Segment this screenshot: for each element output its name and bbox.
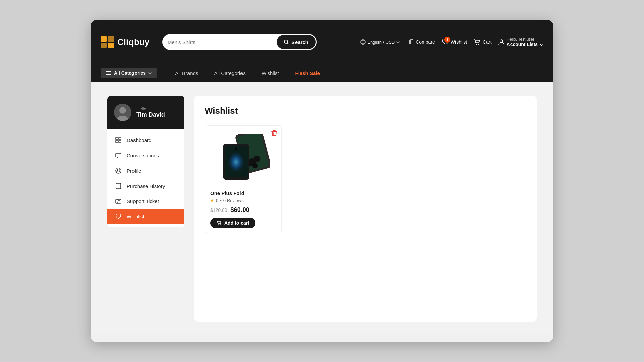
wishlist-sidebar-label: Wishlist [127,214,144,219]
svg-point-47 [220,224,221,225]
compare-icon [407,39,413,45]
navbar: All Categories All Brands All Categories… [91,64,553,82]
svg-point-45 [235,147,237,150]
logo-text: Cliqbuy [117,37,149,47]
product-card: One Plus Fold ★ 0 • 0 Reviews $120.00 $6… [205,125,282,234]
logo-icon [101,36,114,48]
svg-rect-21 [116,137,118,140]
wishlist-badge-count: 1 [444,37,450,43]
sidebar-item-dashboard[interactable]: Dashboard [107,132,184,148]
categories-chevron-icon [148,72,152,74]
sidebar-item-profile[interactable]: Profile [107,163,184,178]
sidebar-item-conversations[interactable]: Conversations [107,148,184,163]
rating-dot: • [220,198,222,203]
svg-point-44 [227,150,246,174]
receipt-icon [115,183,122,189]
nav-all-brands[interactable]: All Brands [167,64,206,82]
svg-point-12 [476,44,477,45]
user-icon [498,39,504,45]
language-selector[interactable]: English • USD [360,39,400,45]
svg-line-5 [287,43,288,44]
product-phone-svg [216,134,270,184]
svg-rect-25 [116,153,121,157]
svg-rect-3 [108,43,114,48]
nav-wishlist[interactable]: Wishlist [254,64,287,82]
svg-point-27 [117,169,119,171]
svg-rect-0 [101,36,107,42]
profile-icon [115,168,122,174]
sidebar-item-support-ticket[interactable]: Support Ticket [107,194,184,209]
sidebar-greeting: Hello, [136,106,165,111]
user-account-lists: Account Lists [507,42,543,47]
original-price: $120.00 [210,207,227,213]
conversations-label: Conversations [127,153,159,158]
header: Cliqbuy Search English • U [91,20,553,64]
menu-icon [106,71,111,75]
search-bar: Search [162,34,317,50]
rating-value: 0 [216,198,218,203]
purchase-history-label: Purchase History [127,183,165,189]
sidebar: Hello, Tim David Dashboard [107,96,184,227]
svg-rect-10 [411,39,413,44]
product-name: One Plus Fold [210,190,276,196]
user-greeting: Hello, Test user [507,37,534,42]
grid-icon [115,137,122,143]
avatar [114,104,131,121]
svg-rect-1 [108,36,114,42]
profile-info: Hello, Tim David [136,106,165,118]
user-action[interactable]: Hello, Test user Account Lists [498,37,543,47]
ticket-icon [115,199,122,204]
svg-rect-9 [407,40,409,44]
svg-point-46 [218,224,219,225]
svg-point-14 [500,40,503,42]
delete-wishlist-item-button[interactable] [271,130,277,138]
product-image [210,131,276,186]
compare-action[interactable]: Compare [407,39,435,45]
trash-icon [271,130,277,136]
svg-point-19 [119,107,126,114]
header-actions: English • USD Compare [360,37,543,47]
svg-point-13 [478,44,479,45]
sidebar-item-wishlist[interactable]: Wishlist [107,209,184,224]
wishlist-panel: Wishlist [194,96,537,322]
sidebar-username: Tim David [136,111,165,118]
chat-icon [115,153,122,158]
dashboard-label: Dashboard [127,137,151,143]
product-rating: ★ 0 • 0 Reviews [210,198,276,203]
nav-flash-sale[interactable]: Flash Sale [287,64,328,82]
reviews-count: 0 Reviews [223,198,244,203]
cart-add-icon [216,221,222,225]
search-icon [284,40,289,44]
sale-price: $60.00 [231,206,249,214]
account-chevron-icon [540,44,543,46]
add-to-cart-button[interactable]: Add to cart [210,218,255,228]
nav-all-categories[interactable]: All Categories [206,64,254,82]
sidebar-item-purchase-history[interactable]: Purchase History [107,178,184,194]
support-ticket-label: Support Ticket [127,198,159,204]
cart-action[interactable]: Cart [474,39,491,45]
profile-label: Profile [127,168,141,174]
product-price: $120.00 $60.00 [210,206,276,214]
cart-icon [474,39,480,45]
svg-rect-22 [119,137,121,140]
search-input[interactable] [162,34,276,50]
globe-icon [360,39,366,45]
logo: Cliqbuy [101,36,154,48]
svg-rect-2 [101,43,107,48]
wishlist-sidebar-icon [115,214,122,219]
chevron-down-icon [396,41,400,43]
wishlist-title: Wishlist [205,106,526,116]
wishlist-action[interactable]: 1 Wishlist [442,39,467,46]
svg-rect-32 [116,199,121,203]
sidebar-menu: Dashboard Conversations [107,129,184,227]
svg-rect-24 [119,140,121,143]
star-icon: ★ [210,198,214,203]
sidebar-profile: Hello, Tim David [107,96,184,129]
search-button[interactable]: Search [277,35,316,49]
main-content: Hello, Tim David Dashboard [91,82,553,335]
svg-rect-23 [116,140,118,143]
all-categories-button[interactable]: All Categories [101,68,157,78]
